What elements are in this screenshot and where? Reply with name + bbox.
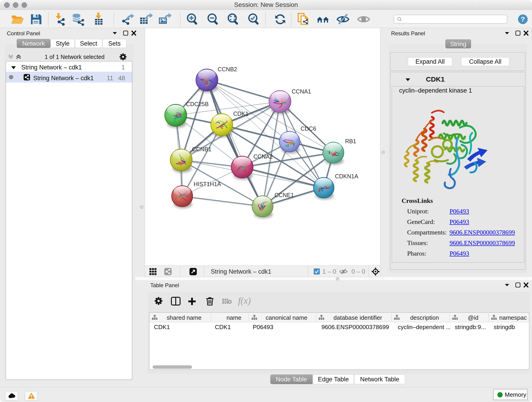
svg-text:CCNA1: CCNA1	[292, 88, 311, 95]
svg-text:CCNA2: CCNA2	[253, 153, 273, 160]
svg-text:CDC6: CDC6	[301, 125, 316, 132]
svg-text:CCNB2: CCNB2	[218, 66, 237, 72]
svg-text:CCNB1: CCNB1	[192, 146, 211, 153]
svg-text:CCNE1: CCNE1	[274, 192, 294, 198]
svg-text:CDK1: CDK1	[233, 110, 249, 117]
svg-text:CDKN1A: CDKN1A	[335, 173, 358, 179]
svg-text:CDC25B: CDC25B	[186, 101, 209, 107]
svg-text:RB1: RB1	[345, 138, 356, 144]
svg-text:HIST1H1A: HIST1H1A	[194, 181, 221, 187]
